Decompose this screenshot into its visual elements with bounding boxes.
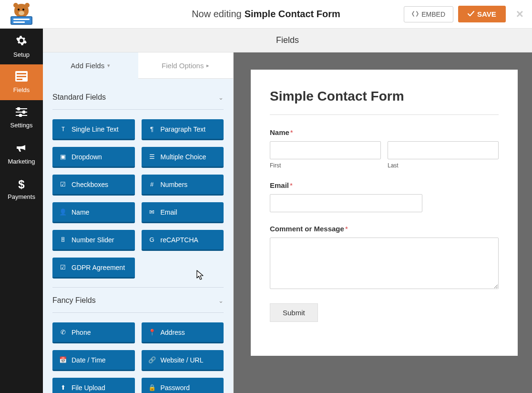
fields-header: Fields bbox=[43, 29, 532, 52]
map-marker-icon: 📍 bbox=[148, 329, 156, 336]
field-label: File Upload bbox=[72, 384, 105, 392]
nav-fields[interactable]: Fields bbox=[0, 64, 43, 100]
check-square-icon: ☑ bbox=[59, 264, 67, 271]
tab-add-fields[interactable]: Add Fields ▾ bbox=[43, 52, 138, 79]
check-icon bbox=[468, 10, 474, 18]
fields-header-title: Fields bbox=[276, 35, 299, 45]
required-mark: * bbox=[290, 128, 293, 136]
nav-settings-label: Settings bbox=[10, 122, 33, 129]
field-multiple-choice[interactable]: ☰ Multiple Choice bbox=[142, 147, 224, 168]
paragraph-icon: ¶ bbox=[148, 125, 156, 133]
field-dropdown[interactable]: ▣ Dropdown bbox=[52, 147, 135, 168]
required-mark: * bbox=[345, 225, 348, 233]
label-text: Email bbox=[270, 181, 289, 189]
last-sublabel: Last bbox=[388, 162, 499, 169]
section-standard-fields[interactable]: Standard Fields ⌄ bbox=[52, 84, 224, 110]
chevron-down-icon: ▾ bbox=[107, 62, 110, 69]
field-date-time[interactable]: 📅 Date / Time bbox=[52, 350, 135, 371]
last-name-input[interactable] bbox=[388, 141, 499, 159]
section-standard-label: Standard Fields bbox=[52, 93, 106, 102]
editing-prefix: Now editing bbox=[192, 9, 242, 20]
field-gdpr-agreement[interactable]: ☑ GDPR Agreement bbox=[52, 258, 135, 279]
nav-fields-label: Fields bbox=[13, 86, 30, 93]
list-icon bbox=[15, 71, 28, 83]
gear-icon bbox=[16, 35, 27, 48]
field-label: Checkboxes bbox=[72, 181, 108, 188]
close-button[interactable]: × bbox=[516, 7, 523, 21]
field-block-comment[interactable]: Comment or Message* bbox=[270, 225, 499, 291]
field-label: reCAPTCHA bbox=[161, 236, 198, 244]
lock-icon: 🔒 bbox=[148, 384, 156, 391]
form-title: Simple Contact Form bbox=[270, 89, 499, 104]
standard-fields-grid: Ｔ Single Line Text ¶ Paragraph Text ▣ Dr… bbox=[52, 110, 224, 287]
field-label: Single Line Text bbox=[72, 125, 119, 133]
main-area: Add Fields ▾ Field Options ▸ Standard Fi… bbox=[43, 52, 532, 393]
label-text: Comment or Message bbox=[270, 225, 344, 233]
chevron-down-icon: ⌄ bbox=[218, 297, 224, 304]
field-paragraph-text[interactable]: ¶ Paragraph Text bbox=[142, 119, 224, 140]
comment-textarea[interactable] bbox=[270, 238, 499, 289]
field-block-name[interactable]: Name* First Last bbox=[270, 128, 499, 169]
first-name-input[interactable] bbox=[270, 141, 381, 159]
envelope-icon: ✉ bbox=[148, 208, 156, 216]
tab-add-fields-label: Add Fields bbox=[71, 62, 104, 70]
field-phone[interactable]: ✆ Phone bbox=[52, 322, 135, 343]
field-block-email[interactable]: Email* bbox=[270, 181, 499, 212]
field-number-slider[interactable]: 🎚 Number Slider bbox=[52, 230, 135, 251]
caret-square-icon: ▣ bbox=[59, 153, 67, 160]
form-card[interactable]: Simple Contact Form Name* First Last bbox=[251, 70, 518, 356]
panel-tabs: Add Fields ▾ Field Options ▸ bbox=[43, 52, 233, 79]
field-label: Password bbox=[161, 384, 190, 392]
nav-settings[interactable]: Settings bbox=[0, 100, 43, 136]
svg-point-7 bbox=[18, 108, 20, 110]
nav-payments[interactable]: $ Payments bbox=[0, 172, 43, 207]
top-bar: Now editing Simple Contact Form EMBED SA… bbox=[0, 0, 532, 29]
user-icon: 👤 bbox=[59, 208, 67, 216]
field-label: Phone bbox=[72, 329, 91, 336]
field-recaptcha[interactable]: G reCAPTCHA bbox=[142, 230, 224, 251]
text-cursor-icon: Ｔ bbox=[59, 125, 67, 134]
embed-label: EMBED bbox=[421, 10, 445, 18]
nav-marketing-label: Marketing bbox=[8, 158, 35, 165]
link-icon: 🔗 bbox=[148, 356, 156, 363]
submit-button[interactable]: Submit bbox=[270, 303, 318, 322]
field-label: GDPR Agreement bbox=[72, 264, 125, 271]
sliders-icon bbox=[16, 107, 27, 119]
save-button[interactable]: SAVE bbox=[458, 6, 506, 22]
section-fancy-fields[interactable]: Fancy Fields ⌄ bbox=[52, 287, 224, 313]
field-label: Date / Time bbox=[72, 356, 106, 364]
field-numbers[interactable]: # Numbers bbox=[142, 175, 224, 196]
section-fancy-label: Fancy Fields bbox=[52, 296, 96, 305]
field-label: Website / URL bbox=[161, 356, 204, 364]
field-label: Dropdown bbox=[72, 153, 102, 161]
mascot-icon bbox=[9, 4, 34, 25]
phone-icon: ✆ bbox=[59, 329, 67, 336]
field-address[interactable]: 📍 Address bbox=[142, 322, 224, 343]
email-input[interactable] bbox=[270, 194, 422, 212]
field-file-upload[interactable]: ⬆ File Upload bbox=[52, 378, 135, 393]
nav-payments-label: Payments bbox=[8, 193, 35, 200]
field-single-line-text[interactable]: Ｔ Single Line Text bbox=[52, 119, 135, 140]
email-label: Email* bbox=[270, 181, 499, 189]
nav-marketing[interactable]: Marketing bbox=[0, 136, 43, 172]
embed-button[interactable]: EMBED bbox=[404, 6, 453, 22]
google-icon: G bbox=[148, 236, 156, 243]
field-website-url[interactable]: 🔗 Website / URL bbox=[142, 350, 224, 371]
field-name[interactable]: 👤 Name bbox=[52, 202, 135, 223]
save-label: SAVE bbox=[477, 10, 496, 18]
side-panel[interactable]: Add Fields ▾ Field Options ▸ Standard Fi… bbox=[43, 52, 234, 393]
form-name: Simple Contact Form bbox=[245, 9, 340, 20]
svg-rect-1 bbox=[17, 73, 26, 74]
tab-field-options[interactable]: Field Options ▸ bbox=[138, 52, 234, 79]
required-mark: * bbox=[290, 181, 293, 189]
nav-setup[interactable]: Setup bbox=[0, 29, 43, 64]
fancy-fields-grid: ✆ Phone 📍 Address 📅 Date / Time 🔗 Websit… bbox=[52, 313, 224, 393]
code-icon bbox=[412, 10, 419, 18]
field-label: Paragraph Text bbox=[161, 125, 206, 133]
form-preview-area: Simple Contact Form Name* First Last bbox=[234, 52, 532, 393]
app-logo bbox=[0, 0, 43, 29]
field-email[interactable]: ✉ Email bbox=[142, 202, 224, 223]
field-password[interactable]: 🔒 Password bbox=[142, 378, 224, 393]
field-checkboxes[interactable]: ☑ Checkboxes bbox=[52, 175, 135, 196]
svg-point-9 bbox=[20, 114, 22, 117]
